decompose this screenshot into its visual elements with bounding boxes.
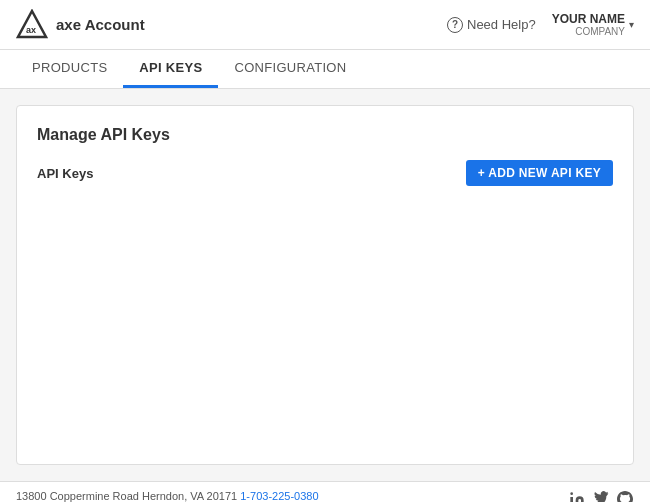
main-content: Manage API Keys API Keys + ADD NEW API K… <box>0 89 650 481</box>
header: ax axe Account ? Need Help? YOUR NAME CO… <box>0 0 650 50</box>
svg-text:ax: ax <box>26 25 36 35</box>
tab-configuration[interactable]: CONFIGURATION <box>218 50 362 88</box>
help-link[interactable]: ? Need Help? <box>447 17 536 33</box>
user-company: COMPANY <box>575 26 625 37</box>
header-left: ax axe Account <box>16 9 145 41</box>
github-icon[interactable] <box>616 490 634 502</box>
card-title: Manage API Keys <box>37 126 613 144</box>
social-icons <box>568 490 634 502</box>
add-new-api-key-button[interactable]: + ADD NEW API KEY <box>466 160 613 186</box>
user-name: YOUR NAME <box>552 12 625 26</box>
app-name: axe Account <box>56 16 145 33</box>
header-right: ? Need Help? YOUR NAME COMPANY ▾ <box>447 12 634 37</box>
api-keys-card: Manage API Keys API Keys + ADD NEW API K… <box>16 105 634 465</box>
section-header: API Keys + ADD NEW API KEY <box>37 160 613 186</box>
tab-products[interactable]: PRODUCTS <box>16 50 123 88</box>
section-label: API Keys <box>37 166 93 181</box>
help-icon: ? <box>447 17 463 33</box>
twitter-icon[interactable] <box>592 490 610 502</box>
footer-address: 13800 Coppermine Road Herndon, VA 20171 … <box>16 490 402 502</box>
tab-api-keys[interactable]: API KEYS <box>123 50 218 88</box>
svg-point-2 <box>570 492 573 495</box>
footer-left: 13800 Coppermine Road Herndon, VA 20171 … <box>16 490 402 502</box>
chevron-down-icon: ▾ <box>629 19 634 30</box>
footer: 13800 Coppermine Road Herndon, VA 20171 … <box>0 481 650 502</box>
footer-phone-link[interactable]: 1-703-225-0380 <box>240 490 318 502</box>
axe-logo-icon: ax <box>16 9 48 41</box>
user-menu[interactable]: YOUR NAME COMPANY ▾ <box>552 12 634 37</box>
footer-right: © Copyright 2025, Deque Systems, Inc. Al… <box>402 490 634 502</box>
nav-tabs: PRODUCTS API KEYS CONFIGURATION <box>0 50 650 89</box>
user-info: YOUR NAME COMPANY <box>552 12 625 37</box>
help-label: Need Help? <box>467 17 536 32</box>
linkedin-icon[interactable] <box>568 490 586 502</box>
